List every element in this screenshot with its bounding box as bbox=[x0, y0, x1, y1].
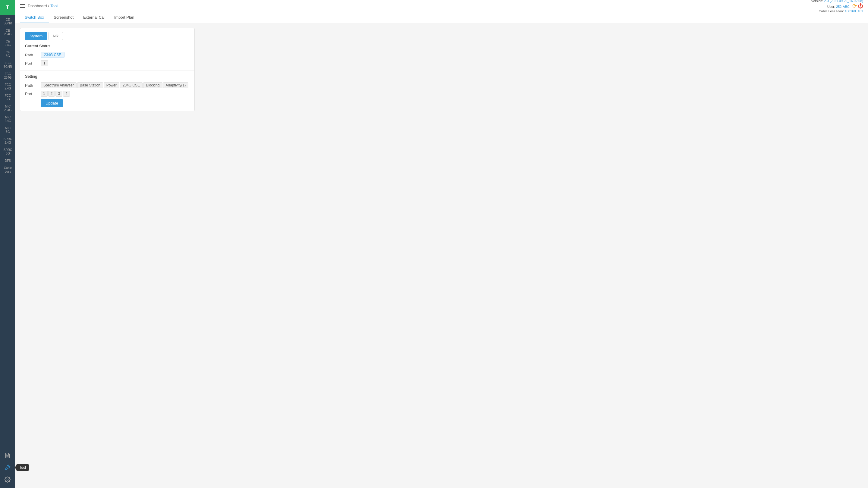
sidebar-item-srrc-2.4g[interactable]: SRRC 2.4G bbox=[0, 135, 15, 147]
power-icon[interactable]: ⏻ bbox=[858, 3, 863, 9]
breadcrumb: Dashboard / Tool bbox=[28, 4, 58, 8]
path-option-base-station[interactable]: Base Station bbox=[77, 82, 103, 88]
setting-section: Setting Path Spectrum Analyser Base Stat… bbox=[20, 70, 194, 111]
sidebar-item-mic-234g[interactable]: MIC 234G bbox=[0, 103, 15, 114]
sidebar: T CE 5GNRCE 234GCE 2.4GCE 5GFCC 5GNRFCC … bbox=[0, 0, 15, 488]
topbar: Dashboard / Tool Version: 2.0 (2021.09.2… bbox=[15, 0, 868, 12]
sidebar-item-ce-5g[interactable]: CE 5G bbox=[0, 49, 15, 60]
tab-external-cal[interactable]: External Cal bbox=[79, 12, 110, 23]
setting-path-label: Path bbox=[25, 83, 37, 88]
sub-tab-nr[interactable]: NR bbox=[48, 32, 63, 40]
user-label: User: bbox=[827, 5, 835, 8]
sidebar-item-ce-5gnr[interactable]: CE 5GNR bbox=[0, 16, 15, 27]
app-logo: T bbox=[0, 0, 15, 15]
sidebar-item-mic-5g[interactable]: MIC 5G bbox=[0, 125, 15, 135]
topbar-left: Dashboard / Tool bbox=[20, 4, 58, 8]
user-line: User: 252-ABC ⟳ ⏻ bbox=[811, 3, 863, 9]
sidebar-item-ce-2.4g[interactable]: CE 2.4G bbox=[0, 38, 15, 49]
breadcrumb-home[interactable]: Dashboard bbox=[28, 4, 47, 8]
user-value: 252-ABC bbox=[836, 5, 849, 8]
setting-path-row: Path Spectrum Analyser Base Station Powe… bbox=[25, 82, 190, 88]
tab-import-plan[interactable]: Import Plan bbox=[110, 12, 139, 23]
version-label: Version: bbox=[811, 0, 824, 3]
sidebar-item-dfs[interactable]: DFS bbox=[0, 157, 15, 164]
sidebar-bottom: Tool bbox=[0, 450, 15, 488]
sidebar-item-doc[interactable] bbox=[0, 450, 15, 461]
sidebar-item-tool[interactable]: Tool bbox=[0, 461, 15, 474]
tool-tooltip: Tool bbox=[16, 464, 29, 471]
path-option-234g-cse[interactable]: 234G CSE bbox=[120, 82, 143, 88]
main-tabs: Switch Box Screenshot External Cal Impor… bbox=[15, 12, 868, 23]
path-option-blocking[interactable]: Blocking bbox=[143, 82, 162, 88]
svg-point-2 bbox=[7, 479, 8, 481]
setting-title: Setting bbox=[25, 74, 190, 78]
refresh-icon[interactable]: ⟳ bbox=[852, 3, 857, 9]
sidebar-item-fcc-5g[interactable]: FCC 5G bbox=[0, 92, 15, 103]
tab-screenshot[interactable]: Screenshot bbox=[49, 12, 79, 23]
port-option-2[interactable]: 2 bbox=[48, 91, 55, 97]
current-status-path-row: Path 234G CSE bbox=[25, 52, 190, 58]
current-status-path-label: Path bbox=[25, 53, 37, 57]
sub-tabs: System NR bbox=[20, 28, 194, 40]
port-option-1[interactable]: 1 bbox=[41, 91, 48, 97]
sidebar-item-fcc-2.4g[interactable]: FCC 2.4G bbox=[0, 82, 15, 92]
setting-path-tags: Spectrum Analyser Base Station Power 234… bbox=[41, 82, 188, 88]
current-status-path-value: 234G CSE bbox=[41, 52, 64, 58]
path-option-power[interactable]: Power bbox=[104, 82, 119, 88]
port-option-3[interactable]: 3 bbox=[56, 91, 62, 97]
sidebar-item-fcc-234g[interactable]: FCC 234G bbox=[0, 70, 15, 82]
breadcrumb-separator: / bbox=[48, 4, 50, 8]
sidebar-item-settings[interactable] bbox=[0, 474, 15, 486]
path-option-adaptivity[interactable]: Adaptivity(1) bbox=[163, 82, 189, 88]
sidebar-item-cable-loss[interactable]: Cable Loss bbox=[0, 164, 15, 175]
tab-switch-box[interactable]: Switch Box bbox=[20, 12, 49, 23]
update-button[interactable]: Update bbox=[41, 99, 63, 107]
topbar-right: Version: 2.0 (2021.09.29_16.02.58) User:… bbox=[811, 0, 863, 13]
port-option-4[interactable]: 4 bbox=[63, 91, 70, 97]
current-status-title: Current Status bbox=[25, 44, 190, 48]
current-status-port-value: 1 bbox=[41, 60, 48, 66]
sub-tab-system[interactable]: System bbox=[25, 32, 47, 40]
path-option-spectrum[interactable]: Spectrum Analyser bbox=[41, 82, 76, 88]
sidebar-item-mic-2.4g[interactable]: MIC 2.4G bbox=[0, 114, 15, 125]
current-status-port-row: Port 1 bbox=[25, 60, 190, 66]
sidebar-item-fcc-5gnr[interactable]: FCC 5GNR bbox=[0, 60, 15, 70]
sidebar-item-srrc-5g[interactable]: SRRC 5G bbox=[0, 147, 15, 157]
setting-port-tags: 1 2 3 4 bbox=[41, 91, 70, 97]
main-content: Dashboard / Tool Version: 2.0 (2021.09.2… bbox=[15, 0, 868, 488]
breadcrumb-current: Tool bbox=[50, 4, 58, 8]
current-status-port-label: Port bbox=[25, 61, 37, 66]
version-line: Version: 2.0 (2021.09.29_16.02.58) bbox=[811, 0, 863, 3]
current-status-section: Current Status Path 234G CSE Port 1 bbox=[20, 40, 194, 70]
sidebar-nav: CE 5GNRCE 234GCE 2.4GCE 5GFCC 5GNRFCC 23… bbox=[0, 15, 15, 450]
version-value: 2.0 (2021.09.29_16.02.58) bbox=[824, 0, 863, 3]
sidebar-item-ce-234g[interactable]: CE 234G bbox=[0, 27, 15, 38]
setting-port-label: Port bbox=[25, 92, 37, 96]
content-area: System NR Current Status Path 234G CSE P… bbox=[15, 23, 868, 488]
switch-box-card: System NR Current Status Path 234G CSE P… bbox=[20, 28, 195, 111]
hamburger-icon[interactable] bbox=[20, 4, 25, 8]
setting-port-row: Port 1 2 3 4 bbox=[25, 91, 190, 97]
update-button-row: Update bbox=[25, 99, 190, 107]
